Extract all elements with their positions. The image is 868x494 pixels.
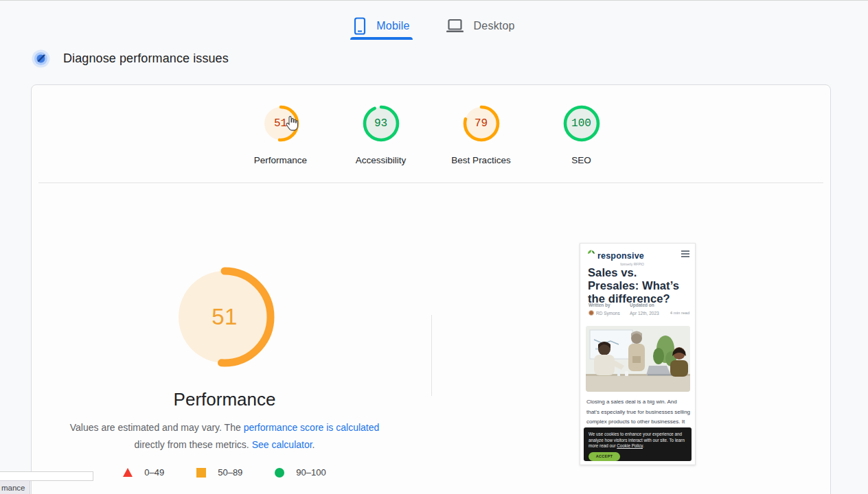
desktop-icon [446,19,464,34]
best-practices-gauge: 79 [462,104,501,143]
cookie-policy-link: Cookie Policy [617,443,643,448]
mobile-icon [353,17,367,35]
description-text: directly from these metrics. [135,439,252,450]
score-seo[interactable]: 100 SEO [546,104,617,165]
report-card: 51 Performance 93 Accessibility [31,84,831,494]
diagnose-header: Diagnose performance issues [32,49,229,68]
best-practices-score-value: 79 [462,104,501,143]
description-text: . [312,439,315,450]
author-name: RD Symons [596,311,620,316]
article-byline: Written by Updated on RD Symons Apr 12th… [589,303,689,316]
cookie-banner: We use cookies to enhance your experienc… [584,427,692,461]
performance-big-score: 51 [173,266,276,368]
article-photo [586,326,690,392]
see-calculator-link[interactable]: See calculator [252,439,312,450]
performance-section-title: Performance [32,389,418,410]
active-tab-underline [350,37,412,40]
tab-desktop-label: Desktop [474,20,515,32]
thumbnail-site-header: responsive formerly RFPIO [587,249,689,266]
score-best-practices[interactable]: 79 Best Practices [446,104,517,165]
performance-section: 51 Performance Values are estimated and … [32,85,418,494]
page-screenshot-thumbnail: responsive formerly RFPIO Sales vs. Pres… [580,243,696,465]
article-title: Sales vs. Presales: What’s the differenc… [588,266,684,305]
legend-fail-range: 0–49 [144,467,164,478]
cookie-accept-button: ACCEPT [589,452,620,461]
device-tabs: Mobile Desktop [0,1,868,40]
written-by-label: Written by [589,303,630,307]
fail-triangle-icon [123,468,133,477]
performance-description: Values are estimated and may vary. The p… [60,419,389,454]
score-calculated-link[interactable]: performance score is calculated [244,422,380,433]
status-bar-text: mance [0,480,30,494]
menu-icon [681,250,689,257]
updated-on-label: Updated on [630,303,654,307]
tooltip-remnant [0,471,93,481]
cookie-text-period: . [643,443,644,448]
pagespeed-insights-report: Mobile Desktop Diagnose performance issu… [0,0,868,494]
legend-fail: 0–49 [123,467,164,478]
best-practices-score-label: Best Practices [451,155,510,165]
legend-average: 50–89 [196,467,242,478]
seo-score-value: 100 [562,104,601,143]
read-time: 4 min read [670,311,689,315]
pane-divider [431,315,432,396]
average-square-icon [196,468,206,478]
article-date: Apr 12th, 2023 [630,311,659,316]
legend-pass: 90–100 [275,467,326,478]
seo-score-label: SEO [571,155,591,165]
site-logo: responsive formerly RFPIO [587,249,644,266]
tab-mobile[interactable]: Mobile [350,1,412,40]
tab-desktop[interactable]: Desktop [443,1,518,40]
pagespeed-icon [32,49,50,68]
author-avatar [589,310,594,316]
description-text: Values are estimated and may vary. The [70,422,244,433]
site-logo-text: responsive [597,251,644,261]
performance-big-gauge: 51 [173,266,276,368]
legend-average-range: 50–89 [218,467,242,478]
site-logo-icon [587,249,595,257]
tab-mobile-label: Mobile [376,20,409,32]
pass-circle-icon [275,468,284,478]
legend-pass-range: 90–100 [296,467,326,478]
seo-gauge: 100 [562,104,601,143]
page-title: Diagnose performance issues [63,51,229,66]
